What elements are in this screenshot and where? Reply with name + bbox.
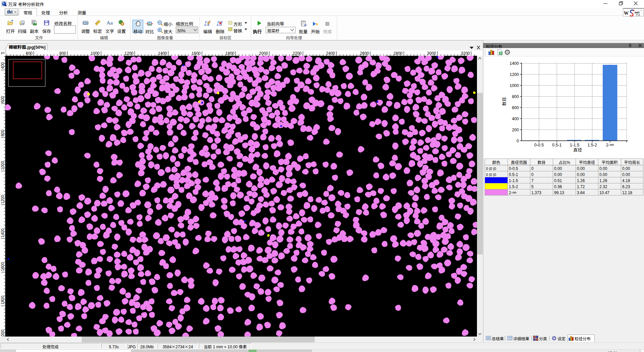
svg-text:Aa: Aa — [107, 20, 113, 26]
svg-text:400: 400 — [512, 115, 519, 122]
svg-text:200: 200 — [512, 126, 519, 133]
svg-text:直径: 直径 — [573, 146, 582, 153]
svg-text:2-∞: 2-∞ — [606, 141, 614, 148]
svg-text:万深: 万深 — [636, 13, 640, 16]
svg-text:800: 800 — [512, 93, 519, 99]
svg-text:12: 12 — [304, 23, 307, 27]
svg-text:0.5-1: 0.5-1 — [552, 141, 562, 148]
svg-text:数目: 数目 — [501, 97, 507, 106]
svg-text:W: W — [624, 11, 629, 16]
svg-text:1200: 1200 — [509, 71, 519, 77]
svg-text:600: 600 — [512, 104, 519, 111]
svg-text:0: 0 — [517, 137, 519, 144]
svg-text:1.5-2: 1.5-2 — [587, 141, 597, 148]
svg-text:0-0.5: 0-0.5 — [534, 141, 544, 148]
svg-text:辣椒籽图.jpg[50%]: 辣椒籽图.jpg[50%] — [9, 44, 46, 50]
svg-text:1400: 1400 — [509, 60, 519, 66]
svg-text:1000: 1000 — [509, 82, 519, 88]
svg-text:®: ® — [641, 9, 642, 12]
